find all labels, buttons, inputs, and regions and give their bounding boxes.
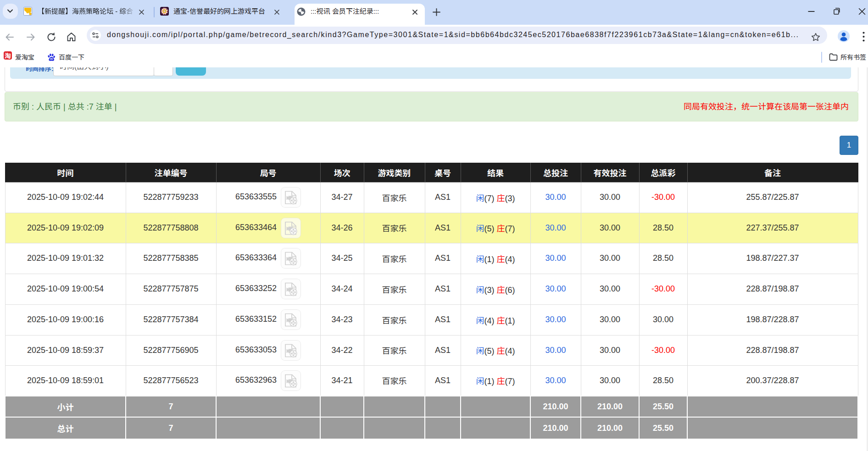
svg-text:du: du — [50, 57, 53, 60]
